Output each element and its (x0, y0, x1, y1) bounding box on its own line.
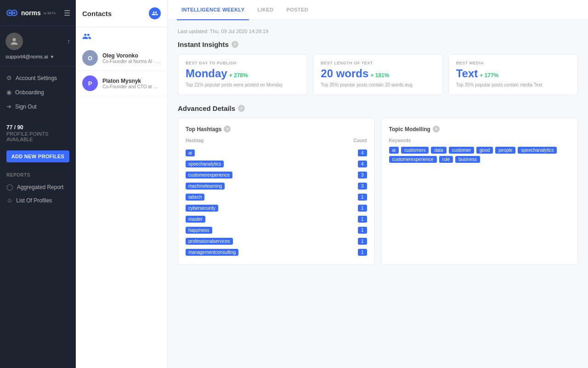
sidebar-item-label: Onboarding (15, 89, 44, 96)
insight-cards: BEST DAY TO PUBLISH Monday+ 278% Top 21%… (178, 54, 578, 95)
add-contact-button[interactable] (149, 7, 161, 19)
onboarding-icon: ◉ (6, 89, 11, 96)
sidebar-header: norms ai BETA ☰ (0, 0, 76, 26)
top-hashtags-title: Top Hashtags ? (186, 126, 367, 132)
sidebar: norms ai BETA ☰ ↑ support4@noms.ai ▼ ⚙ A… (0, 0, 76, 368)
user-section: ↑ support4@noms.ai ▼ (0, 26, 76, 66)
hashtag-tag: cybersecurity (186, 205, 218, 212)
avatar (6, 33, 23, 50)
hashtag-row: master 1 (186, 213, 367, 224)
hamburger-icon[interactable]: ☰ (64, 9, 70, 17)
insight-card-pct: + 177% (480, 72, 498, 79)
hashtag-tag: machinelearning (186, 183, 225, 190)
hashtag-tag: customerexperience (186, 172, 232, 178)
profile-points-values: 77 / 90 (6, 123, 69, 131)
gear-icon: ⚙ (6, 75, 12, 81)
sidebar-item-sign-out[interactable]: ➜ Sign Out (0, 99, 76, 114)
contact-subtitle: Co-Founder at Norms AI · Discover topics… (102, 59, 161, 64)
keyword-badge: ai (389, 147, 399, 154)
hashtag-row: managementconsulting 1 (186, 246, 367, 257)
sidebar-nav: ⚙ Account Settings ◉ Onboarding ➜ Sign O… (0, 66, 76, 118)
sidebar-item-onboarding[interactable]: ◉ Onboarding (0, 85, 76, 99)
svg-point-3 (13, 12, 16, 14)
insight-card-label: BEST MEDIA (456, 61, 570, 65)
reports-item-label: Aggregated Report (17, 184, 63, 190)
logo: norms ai BETA (6, 6, 56, 19)
user-email: support4@noms.ai (6, 54, 48, 59)
points-value: 77 / 90 (6, 124, 23, 131)
upload-icon[interactable]: ↑ (67, 38, 70, 45)
topic-modelling-help-icon[interactable]: ? (433, 126, 440, 132)
sidebar-item-aggregated-report[interactable]: ◯ Aggregated Report (6, 180, 69, 194)
contact-avatar: P (82, 75, 98, 91)
logo-icon (6, 6, 18, 19)
sidebar-item-label: Account Settings (16, 75, 57, 81)
keyword-badge: customerexperience (389, 156, 437, 163)
hashtag-count: 1 (358, 205, 367, 212)
top-hashtags-card: Top Hashtags ? Hashtag Count ai 4 speech… (178, 118, 375, 265)
user-email-row[interactable]: support4@noms.ai ▼ (6, 54, 70, 59)
reports-item-label: List Of Profiles (16, 197, 52, 204)
tab-intelligence-weekly[interactable]: Intelligence Weekly (177, 0, 249, 20)
tab-liked[interactable]: Liked (253, 0, 278, 20)
insight-card-main: Monday+ 278% (186, 67, 300, 80)
advanced-details-title: Advanced Details ? (178, 104, 578, 112)
svg-point-1 (9, 12, 11, 14)
contacts-title: Contacts (82, 10, 112, 17)
hashtag-tag: taltech (186, 194, 204, 201)
contact-name: Oleg Voronko (102, 52, 161, 59)
add-new-profiles-button[interactable]: ADD NEW PROFILES (6, 150, 69, 162)
hashtag-count: 1 (358, 238, 367, 245)
hashtag-count: 1 (358, 249, 367, 256)
keyword-badge: rule (439, 156, 453, 163)
hashtag-count: 1 (358, 216, 367, 223)
sidebar-item-account-settings[interactable]: ⚙ Account Settings (0, 71, 76, 85)
contact-name: Platon Mysnyk (102, 78, 161, 84)
topic-modelling-title: Topic Modelling ? (389, 126, 571, 132)
hashtag-tag: ai (186, 150, 195, 156)
keyword-badge: data (431, 147, 446, 154)
insight-card-pct: + 278% (229, 72, 248, 79)
hashtag-tag: managementconsulting (186, 249, 238, 256)
insight-card-label: BEST DAY TO PUBLISH (186, 61, 300, 65)
keyword-badge: business (455, 156, 480, 163)
sidebar-item-list-of-profiles[interactable]: ☺ List Of Profiles (6, 194, 69, 207)
contacts-panel: Contacts O Oleg Voronko Co-Founder at No… (76, 0, 168, 368)
contact-info: Oleg Voronko Co-Founder at Norms AI · Di… (102, 52, 161, 64)
avatar-row: ↑ (6, 33, 70, 50)
hashtag-table: Hashtag Count ai 4 speechanalytics 4 cus… (186, 138, 367, 257)
topic-modelling-card: Topic Modelling ? Keywords aicustomersda… (381, 118, 578, 265)
insight-card-best-length: BEST LENGTH OF TEXT 20 words+ 181% Top 3… (313, 54, 442, 95)
profile-points-label: PROFILE POINTS AVAILABLE (6, 131, 69, 142)
keyword-badge: people (495, 147, 515, 154)
advanced-details-help-icon[interactable]: ? (238, 105, 245, 112)
contact-item-platon-mysnyk[interactable]: P Platon Mysnyk Co-Founder and CTO at No… (76, 71, 167, 96)
main-content: Intelligence Weekly Liked Posted Last up… (168, 0, 588, 368)
insight-card-desc: Top 35% popular posts contain media Text (456, 82, 570, 88)
hashtag-tag: happiness (186, 227, 212, 234)
insight-card-desc: Top 35% popular posts contain 20 words a… (321, 82, 435, 88)
hashtag-count: 3 (358, 183, 367, 190)
keywords-grid: aicustomersdatacustomergoodpeoplespeecha… (389, 147, 571, 163)
hashtag-row: machinelearning 3 (186, 180, 367, 191)
tab-posted[interactable]: Posted (282, 0, 313, 20)
hashtag-count: 4 (358, 150, 367, 156)
contact-list: O Oleg Voronko Co-Founder at Norms AI · … (76, 46, 167, 96)
sidebar-item-label: Sign Out (15, 104, 37, 110)
count-col-header: Count (331, 138, 367, 147)
contacts-header: Contacts (76, 0, 167, 27)
main-inner: Last updated: Thu, 09 Jul 2020 14:28:19 … (168, 20, 588, 282)
hashtag-row: speechanalytics 4 (186, 158, 367, 169)
keywords-col-label: Keywords (389, 138, 571, 143)
insight-card-pct: + 181% (370, 72, 389, 79)
instant-insights-help-icon[interactable]: ? (232, 41, 238, 48)
insight-card-best-day: BEST DAY TO PUBLISH Monday+ 278% Top 21%… (178, 54, 307, 95)
hashtag-row: customerexperience 3 (186, 169, 367, 180)
insight-card-best-media: BEST MEDIA Text+ 177% Top 35% popular po… (448, 54, 578, 95)
clock-icon: ◯ (6, 184, 13, 190)
contact-item-oleg-voronko[interactable]: O Oleg Voronko Co-Founder at Norms AI · … (76, 46, 167, 71)
tabs-bar: Intelligence Weekly Liked Posted (168, 0, 588, 20)
contacts-nav-icon[interactable] (76, 27, 167, 46)
top-hashtags-help-icon[interactable]: ? (224, 126, 231, 132)
keyword-badge: customer (449, 147, 474, 154)
